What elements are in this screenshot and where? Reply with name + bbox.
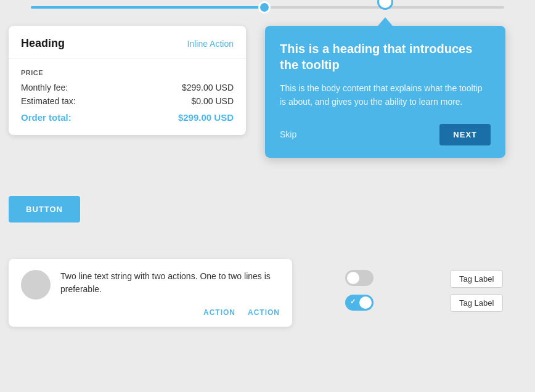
progress-bar xyxy=(31,6,504,9)
estimated-tax-value: $0.00 USD xyxy=(192,96,234,106)
tooltip-next-button[interactable]: NEXT xyxy=(439,124,491,145)
list-item-card: Two line text string with two actions. O… xyxy=(9,259,292,327)
price-row-tax: Estimated tax: $0.00 USD xyxy=(21,96,234,106)
pricing-card-header: Heading Inline Action xyxy=(9,26,246,59)
primary-button[interactable]: BUTTON xyxy=(9,196,80,223)
pricing-card-heading: Heading xyxy=(21,37,65,50)
list-item-text: Two line text string with two actions. O… xyxy=(60,270,280,296)
list-item-action-1[interactable]: ACTION xyxy=(203,308,235,317)
progress-dot xyxy=(258,1,271,14)
tooltip-popup: This is a heading that introduces the to… xyxy=(265,26,505,158)
toggle-check-icon: ✓ xyxy=(350,298,356,306)
tooltip-footer: Skip NEXT xyxy=(280,124,491,145)
price-section-label: PRICE xyxy=(21,69,234,76)
toggle-off[interactable] xyxy=(345,270,374,286)
monthly-fee-label: Monthly fee: xyxy=(21,83,68,92)
avatar xyxy=(21,270,51,300)
price-row-monthly: Monthly fee: $299.00 USD xyxy=(21,83,234,92)
page-container: Heading Inline Action PRICE Monthly fee:… xyxy=(0,0,535,392)
tags-container: Tag Label Tag Label xyxy=(450,270,503,312)
tooltip-arrow xyxy=(378,17,393,26)
price-total-row: Order total: $299.00 USD xyxy=(21,112,234,123)
tooltip-body: This is the body content that explains w… xyxy=(280,81,491,109)
inline-action-link[interactable]: Inline Action xyxy=(187,39,234,49)
toggle-knob-on xyxy=(359,296,372,309)
list-item-content: Two line text string with two actions. O… xyxy=(21,270,280,300)
estimated-tax-label: Estimated tax: xyxy=(21,96,76,106)
order-total-label: Order total: xyxy=(21,112,71,123)
tooltip-skip-button[interactable]: Skip xyxy=(280,129,296,139)
toggles-container: ✓ xyxy=(345,270,374,311)
toggle-on[interactable]: ✓ xyxy=(345,295,374,311)
progress-fill xyxy=(31,6,268,9)
monthly-fee-value: $299.00 USD xyxy=(182,83,234,92)
list-item-action-2[interactable]: ACTION xyxy=(248,308,280,317)
toggle-knob-off xyxy=(347,272,359,284)
tooltip-heading: This is a heading that introduces the to… xyxy=(280,41,491,73)
pricing-card: Heading Inline Action PRICE Monthly fee:… xyxy=(9,26,246,135)
order-total-value: $299.00 USD xyxy=(178,112,234,123)
list-item-actions: ACTION ACTION xyxy=(21,308,280,317)
tag-label-2[interactable]: Tag Label xyxy=(450,294,503,312)
pricing-card-body: PRICE Monthly fee: $299.00 USD Estimated… xyxy=(9,59,246,135)
tag-label-1[interactable]: Tag Label xyxy=(450,270,503,288)
